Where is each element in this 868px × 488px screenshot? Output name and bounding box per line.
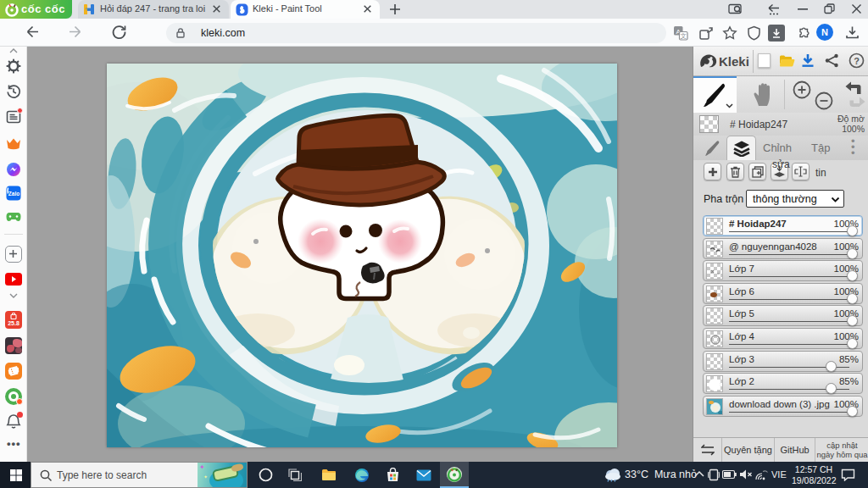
- svg-text:Zalo: Zalo: [8, 191, 19, 197]
- svg-text:文: 文: [680, 32, 687, 40]
- svg-text:?: ?: [854, 56, 860, 66]
